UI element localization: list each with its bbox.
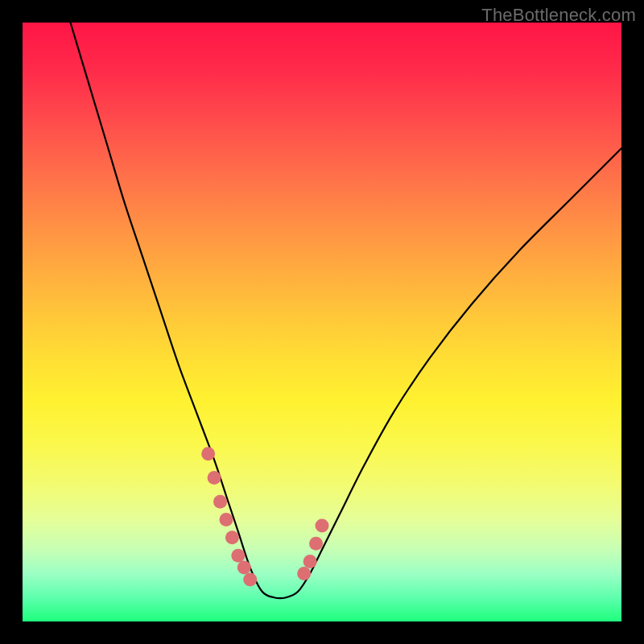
- curve-bead: [303, 555, 317, 568]
- curve-bead: [208, 471, 221, 485]
- curve-bead: [219, 513, 233, 526]
- chart-frame: TheBottleneck.com: [0, 0, 644, 644]
- curve-bead: [297, 567, 311, 580]
- beads-right: [297, 518, 328, 580]
- watermark-text: TheBottleneck.com: [481, 5, 636, 26]
- curve-bead: [231, 549, 245, 563]
- curve-bead: [225, 530, 239, 544]
- curve-bead: [316, 518, 329, 532]
- plot-area: [23, 23, 621, 621]
- bottleneck-curve: [71, 23, 621, 598]
- curve-bead: [309, 537, 323, 551]
- curve-bead: [243, 572, 257, 586]
- curve-bead: [237, 561, 251, 575]
- curve-svg: [23, 23, 621, 621]
- curve-bead: [213, 495, 227, 509]
- beads-left: [201, 447, 257, 586]
- curve-bead: [201, 447, 215, 460]
